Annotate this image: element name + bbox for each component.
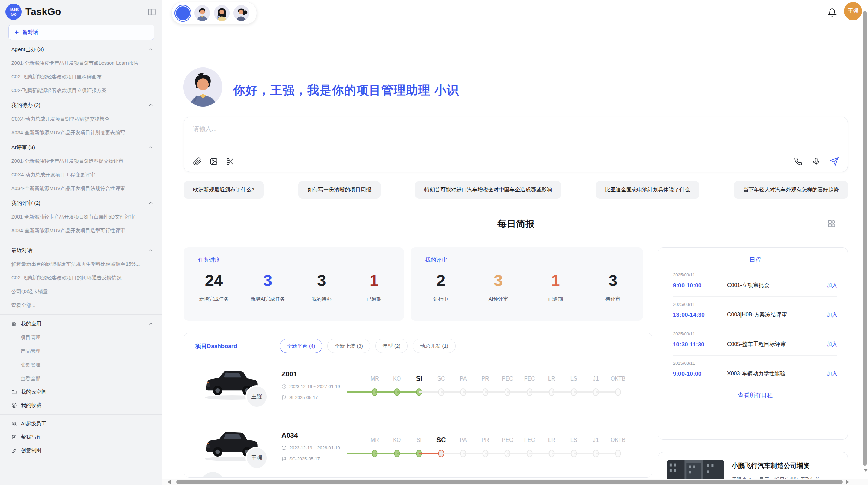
suggestion-chip[interactable]: 特朗普可能对进口汽车增税会对中国车企造成哪些影响 — [415, 181, 561, 199]
scroll-left-arrow-icon[interactable] — [168, 480, 171, 484]
suggestion-chip[interactable]: 比亚迪全固态电池计划具体说了什么 — [596, 181, 699, 199]
notification-bell-icon[interactable] — [828, 8, 837, 17]
stat: 24新增完成任务 — [198, 271, 230, 302]
stat-value: 3 — [482, 271, 514, 290]
schedule-item[interactable]: 2025/03/11 13:00-14:30 C003|H0B-方案冻结评审 加… — [673, 297, 837, 326]
milestone: PEC — [496, 435, 519, 464]
project-dashboard-card: 项目Dashboard 全新平台 (4) 全新上装 (3) 年型 (2) 动总开… — [184, 333, 652, 478]
milestone-label: FEC — [519, 374, 541, 383]
layout-grid-icon[interactable] — [827, 219, 836, 228]
stat: 3待评审 — [597, 271, 629, 302]
sidebar-section-ai-review[interactable]: AI评审 (3) — [0, 139, 162, 154]
schedule-item[interactable]: 2025/03/11 10:30-11:30 C005-整车工程目标评审 加入 — [673, 326, 837, 356]
sidebar-item[interactable]: Z001-全新燃油皮卡产品开发项目SI节点Lesson Learn报告 — [0, 56, 162, 70]
owner-name: 王强 — [251, 393, 262, 400]
sidebar-item-view-all-apps[interactable]: 查看全部... — [0, 372, 162, 385]
card-title: 我的评审 — [425, 257, 629, 264]
schedule-item[interactable]: 2025/03/11 9:00-10:00 C001-立项审批会 加入 — [673, 267, 837, 297]
sidebar-item[interactable]: 解释最新出台的欧盟报废车法规再生塑料比例被调至15%... — [0, 257, 162, 271]
tab-powertrain[interactable]: 动总开发 (1) — [413, 339, 456, 353]
sidebar-section-recent[interactable]: 最近对话 — [0, 242, 162, 257]
sidebar-item-product-mgmt[interactable]: 产品管理 — [0, 344, 162, 358]
phone-icon[interactable] — [794, 157, 803, 166]
microphone-icon[interactable] — [812, 157, 820, 166]
attachment-icon[interactable] — [193, 157, 202, 166]
image-icon[interactable] — [209, 157, 218, 166]
sidebar-section-my-todo[interactable]: 我的待办 (2) — [0, 97, 162, 112]
sidebar-item[interactable]: C0X4-动力总成开发项目工程变更评审 — [0, 168, 162, 182]
sidebar-item-my-apps[interactable]: 我的应用 — [0, 317, 162, 331]
tab-new-body[interactable]: 全新上装 (3) — [327, 339, 370, 353]
view-all-schedule-link[interactable]: 查看所有日程 — [673, 385, 837, 406]
project-row[interactable]: 王强 A034 2023-12-19 ~ 2026-01-19 SC-2025-… — [200, 424, 629, 464]
milestone-label: LS — [563, 374, 585, 383]
sidebar-item[interactable]: C02-飞腾新能源轻客改款项目的闭环通告反馈情况 — [0, 271, 162, 285]
add-agent-button[interactable] — [175, 5, 191, 21]
project-date-range: 2023-12-19 ~ 2027-01-19 — [289, 384, 340, 389]
sidebar-item-label: 我的云空间 — [21, 389, 47, 395]
avatar[interactable] — [214, 5, 230, 21]
sidebar-item-favorites[interactable]: 我的收藏 — [0, 399, 162, 412]
dashboard-tabs: 全新平台 (4) 全新上装 (3) 年型 (2) 动总开发 (1) — [280, 339, 456, 353]
tab-model-year[interactable]: 年型 (2) — [375, 339, 408, 353]
pen-nib-icon — [11, 448, 17, 453]
user-avatar[interactable]: 王强 — [844, 2, 862, 20]
stats-row: 2进行中 3AI预评审 1已逾期 3待评审 — [425, 271, 629, 302]
section-label: AI评审 (3) — [11, 144, 35, 151]
sidebar-item[interactable]: Z001-全新燃油轻卡产品开发项目SI节点属性5D文件评审 — [0, 210, 162, 224]
suggestion-chip[interactable]: 当下年轻人对汽车外观有怎样的喜好趋势 — [734, 181, 848, 199]
chat-input[interactable] — [193, 125, 839, 133]
sidebar-item-help-me-write[interactable]: 帮我写作 — [0, 431, 162, 444]
sidebar-item-cloud-space[interactable]: 我的云空间 — [0, 385, 162, 399]
scissors-icon[interactable] — [226, 157, 234, 166]
milestone: OKTB — [607, 435, 629, 464]
schedule-time: 13:00-14:30 — [673, 312, 727, 319]
join-link[interactable]: 加入 — [827, 282, 837, 289]
suggestion-chips: 欧洲新规最近颁布了什么? 如何写一份清晰的项目周报 特朗普可能对进口汽车增税会对… — [184, 181, 848, 199]
stat-label: 新增AI完成任务 — [251, 296, 285, 302]
chevron-up-icon — [148, 248, 154, 253]
new-chat-button[interactable]: 新对话 — [8, 25, 154, 40]
avatar[interactable] — [233, 5, 249, 21]
schedule-item[interactable]: 2025/03/11 9:00-10:00 X003-车辆动力学性能验... 加… — [673, 356, 837, 385]
tab-new-platform[interactable]: 全新平台 (4) — [280, 339, 323, 353]
sidebar-item[interactable]: C02-飞腾新能源轻客改款项目里程碑画布 — [0, 70, 162, 84]
sidebar-section-my-review[interactable]: 我的评审 (2) — [0, 195, 162, 210]
stat-value: 3 — [251, 271, 285, 290]
sidebar-item[interactable]: Z001-全新燃油轻卡产品开发项目SI造型提交物评审 — [0, 154, 162, 168]
project-dates: 2023-12-19 ~ 2026-01-19 — [281, 445, 364, 450]
suggestion-chip[interactable]: 如何写一份清晰的项目周报 — [298, 181, 381, 199]
people-icon — [11, 421, 17, 427]
sidebar-item-change-mgmt[interactable]: 变更管理 — [0, 358, 162, 372]
sidebar-item[interactable]: A034-全新新能源MUV产品开发项目造型可行性评审 — [0, 224, 162, 237]
avatar[interactable] — [194, 5, 210, 21]
scroll-right-arrow-icon[interactable] — [846, 480, 849, 484]
suggestion-chip[interactable]: 欧洲新规最近颁布了什么? — [184, 181, 264, 199]
scroll-down-arrow-icon[interactable] — [863, 469, 868, 472]
sidebar-collapse-icon[interactable] — [147, 8, 156, 16]
milestone: PEC — [496, 374, 519, 403]
sidebar-item[interactable]: 公司Q3轻卡销量 — [0, 285, 162, 298]
sidebar-item-project-mgmt[interactable]: 项目管理 — [0, 331, 162, 344]
join-link[interactable]: 加入 — [827, 311, 837, 319]
milestone-label: PEC — [496, 374, 519, 383]
sidebar-item[interactable]: C0X4-动力总成开发项目SI里程碑提交物检查 — [0, 112, 162, 126]
vertical-scrollbar[interactable] — [863, 11, 867, 466]
project-info: A034 2023-12-19 ~ 2026-01-19 SC-2025-05-… — [281, 424, 364, 464]
sidebar-item[interactable]: A034-全新新能源MUV产品开发项目计划变更表编写 — [0, 126, 162, 139]
sidebar-section-agent-done[interactable]: Agent已办 (3) — [0, 41, 162, 56]
sidebar-item-label: 帮我写作 — [21, 434, 41, 440]
project-row[interactable]: 王强 Z001 2023-12-19 ~ 2027-01-19 SI-2025-… — [200, 363, 629, 403]
sidebar-item[interactable]: A034-全新新能源MUV产品开发项目法规符合性评审 — [0, 182, 162, 195]
sidebar-item-view-all[interactable]: 查看全部... — [0, 298, 162, 312]
horizontal-scrollbar[interactable] — [176, 480, 843, 484]
sidebar-item-creative-drawing[interactable]: 创意制图 — [0, 444, 162, 457]
milestone-track: MR KO SI SC PA PR PEC FEC LR LS J1 OKTB — [364, 435, 629, 464]
milestone: MR — [364, 374, 386, 403]
join-link[interactable]: 加入 — [827, 370, 837, 377]
join-link[interactable]: 加入 — [827, 341, 837, 348]
sidebar-item-ai-super-staff[interactable]: AI超级员工 — [0, 417, 162, 431]
send-icon[interactable] — [830, 157, 839, 166]
sidebar-item[interactable]: C02-飞腾新能源轻客改款项目立项汇报方案 — [0, 84, 162, 97]
milestone-segment — [347, 391, 375, 393]
